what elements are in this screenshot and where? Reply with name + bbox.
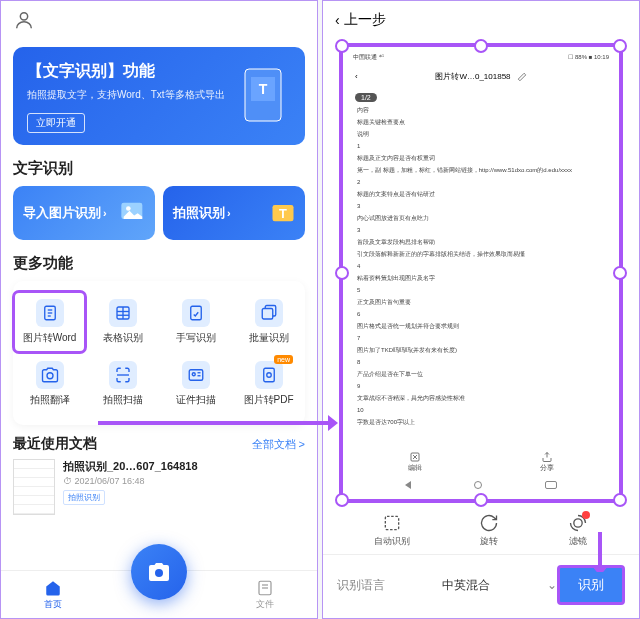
rotate-tool[interactable]: 旋转 [479, 513, 499, 548]
svg-point-21 [192, 373, 195, 376]
android-home-icon [474, 481, 482, 489]
grid-item-batch[interactable]: 批量识别 [232, 291, 305, 353]
svg-point-25 [266, 373, 271, 378]
import-image-card[interactable]: 导入图片识别› [13, 186, 155, 240]
crop-handle[interactable] [613, 266, 627, 280]
preview-share-button: 分享 [540, 451, 554, 473]
doc-tag: 拍照识别 [63, 490, 105, 505]
svg-point-29 [155, 569, 163, 577]
pencil-icon [517, 72, 527, 82]
camera-icon [36, 361, 64, 389]
pdf-icon [255, 361, 283, 389]
camera-fab[interactable] [131, 544, 187, 600]
doc-time: ⏱ 2021/06/07 16:48 [63, 476, 305, 486]
new-badge: new [274, 355, 293, 364]
filter-tool[interactable]: 滤镜 [568, 513, 588, 548]
promo-illustration: T [233, 61, 293, 131]
android-back-icon [405, 481, 411, 489]
svg-text:T: T [279, 206, 287, 221]
svg-rect-16 [190, 306, 201, 320]
svg-rect-17 [262, 309, 273, 320]
nav-home[interactable]: 首页 [28, 579, 78, 611]
recent-title: 最近使用文档 [13, 435, 97, 453]
doc-thumbnail [13, 459, 55, 515]
notification-dot [582, 511, 590, 519]
crop-handle[interactable] [613, 39, 627, 53]
chevron-left-icon: ‹ [335, 12, 340, 28]
idcard-icon [182, 361, 210, 389]
grid-item-handwrite[interactable]: 手写识别 [159, 291, 232, 353]
profile-icon[interactable] [13, 9, 35, 31]
grid-item-camera[interactable]: 拍照翻译 [13, 353, 86, 415]
svg-point-5 [126, 206, 131, 211]
crop-handle[interactable] [474, 39, 488, 53]
chevron-down-icon: ⌄ [547, 578, 557, 592]
handwrite-icon [182, 299, 210, 327]
promo-cta-button[interactable]: 立即开通 [27, 113, 85, 133]
batch-icon [255, 299, 283, 327]
lang-label: 识别语言 [337, 577, 385, 594]
gallery-icon [119, 198, 147, 226]
svg-marker-34 [328, 415, 338, 431]
preview-edit-button: 编辑 [408, 451, 422, 473]
table-icon [109, 299, 137, 327]
promo-banner[interactable]: 【文字识别】功能 拍照提取文字，支持Word、Txt等多格式导出 立即开通 T [13, 47, 305, 145]
preview-content: 中国联通 ⁴ᴳ ☐ 88% ■ 10:19 ‹ 图片转W…0_101858 1/… [343, 47, 619, 499]
grid-item-pdf[interactable]: 图片转PDFnew [232, 353, 305, 415]
preview-back-icon: ‹ [355, 72, 358, 81]
crop-handle[interactable] [335, 493, 349, 507]
nav-files[interactable]: 文件 [240, 579, 290, 611]
svg-rect-20 [189, 370, 203, 381]
grid-item-table[interactable]: 表格识别 [86, 291, 159, 353]
section-ocr-title: 文字识别 [13, 159, 305, 178]
tutorial-arrow [590, 532, 610, 572]
page-badge: 1/2 [355, 93, 377, 102]
android-recent-icon [545, 481, 557, 489]
camera-t-icon: T [269, 198, 297, 226]
svg-marker-36 [592, 566, 608, 572]
recent-doc-item[interactable]: 拍照识别_20…607_164818 ⏱ 2021/06/07 16:48 拍照… [13, 459, 305, 515]
grid-item-doc[interactable]: 图片转Word [13, 291, 86, 353]
doc-name: 拍照识别_20…607_164818 [63, 459, 305, 474]
auto-detect-tool[interactable]: 自动识别 [374, 513, 410, 548]
doc-icon [36, 299, 64, 327]
svg-point-18 [47, 373, 53, 379]
grid-item-idcard[interactable]: 证件扫描 [159, 353, 232, 415]
grid-item-scan[interactable]: 拍照扫描 [86, 353, 159, 415]
scan-icon [109, 361, 137, 389]
lang-value[interactable]: 中英混合 [385, 577, 547, 594]
function-grid: 图片转Word表格识别手写识别批量识别 拍照翻译拍照扫描证件扫描图片转PDFne… [13, 281, 305, 425]
svg-rect-24 [263, 368, 274, 382]
svg-point-0 [20, 13, 27, 20]
svg-text:T: T [259, 81, 268, 97]
crop-handle[interactable] [335, 266, 349, 280]
crop-handle[interactable] [335, 39, 349, 53]
shoot-recognize-card[interactable]: 拍照识别› T [163, 186, 305, 240]
svg-rect-31 [385, 516, 398, 529]
all-docs-link[interactable]: 全部文档 > [252, 437, 305, 452]
back-button[interactable]: ‹ 上一步 [323, 1, 639, 39]
tutorial-arrow [98, 413, 338, 433]
crop-handle[interactable] [613, 493, 627, 507]
section-more-title: 更多功能 [13, 254, 305, 273]
svg-point-32 [574, 519, 582, 527]
crop-frame[interactable]: 中国联通 ⁴ᴳ ☐ 88% ■ 10:19 ‹ 图片转W…0_101858 1/… [339, 43, 623, 503]
crop-handle[interactable] [474, 493, 488, 507]
